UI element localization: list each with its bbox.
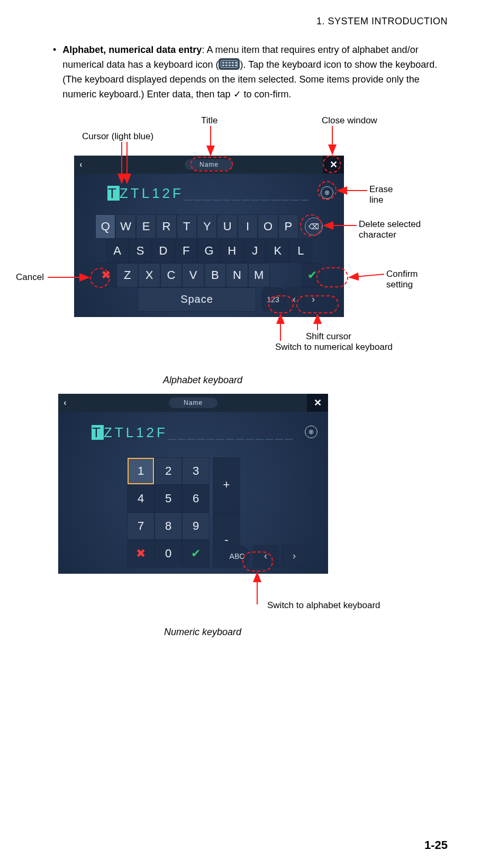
numeric-pad: 1 2 3 4 5 6 7 8 (127, 457, 240, 567)
plus-key[interactable]: + (213, 457, 240, 512)
annotation-cursor: Cursor (light blue) (82, 131, 153, 142)
svg-line-7 (349, 274, 384, 277)
annotation-switch-num: Switch to numerical keyboard (275, 342, 393, 352)
key-h[interactable]: H (221, 239, 243, 263)
keyboard-icon (219, 58, 240, 70)
num-cancel-button[interactable]: ✖ (127, 540, 155, 567)
mode-switch-123[interactable]: 123 (261, 287, 285, 312)
device-header-2: ‹ Name ✕ (58, 394, 328, 412)
numkey-3[interactable]: 3 (182, 457, 210, 485)
key-u[interactable]: U (217, 214, 237, 239)
key-d[interactable]: D (152, 239, 175, 263)
back-button-2[interactable]: ‹ (58, 398, 72, 408)
key-k[interactable]: K (266, 239, 289, 263)
cursor-right-button[interactable]: › (304, 287, 323, 312)
annotation-confirm: Confirmsetting (386, 269, 418, 291)
numkey-5[interactable]: 5 (155, 485, 182, 512)
key-y[interactable]: Y (197, 214, 217, 239)
num-confirm-button[interactable]: ✔ (182, 540, 210, 567)
cursor-left-button-2[interactable]: ‹ (253, 545, 278, 567)
device-header: ‹ Name ✕ (74, 156, 344, 174)
placeholder-text: _____________ (184, 185, 311, 201)
cursor-left-button[interactable]: ‹ (285, 287, 304, 312)
numkey-2[interactable]: 2 (155, 457, 182, 485)
erase-line-button[interactable]: ⊗ (321, 186, 333, 199)
caption-alpha: Alphabet keyboard (0, 375, 448, 386)
bullet-text: Alphabet, numerical data entry: A menu i… (62, 43, 448, 102)
numkey-8[interactable]: 8 (155, 512, 182, 540)
back-button[interactable]: ‹ (74, 160, 88, 169)
key-f[interactable]: F (175, 239, 197, 263)
space-key[interactable]: Space (138, 287, 256, 312)
key-q[interactable]: Q (95, 214, 115, 239)
key-row-4: Space 123 ‹ › (95, 287, 323, 312)
numkey-1[interactable]: 1 (127, 457, 155, 485)
caption-numeric: Numeric keyboard (0, 627, 448, 638)
placeholder-text-2: _____________ (168, 424, 295, 440)
key-r[interactable]: R (156, 214, 176, 239)
erase-line-button-2[interactable]: ⊗ (305, 426, 317, 438)
key-j[interactable]: J (243, 239, 266, 263)
annotation-delete-char: Delete selectedcharacter (359, 219, 421, 241)
key-o[interactable]: O (258, 214, 278, 239)
input-display-2: TZTL12F_____________ (58, 424, 328, 441)
numpad-right-controls: ABC ‹ › (224, 545, 307, 567)
key-x[interactable]: X (138, 263, 160, 287)
bullet-paragraph: • Alphabet, numerical data entry: A menu… (53, 43, 448, 102)
key-e[interactable]: E (136, 214, 156, 239)
annotation-shift-cursor: Shift cursor (306, 331, 351, 342)
numkey-6[interactable]: 6 (182, 485, 210, 512)
bullet-text-3: to con-firm. (241, 89, 292, 100)
alphabet-keyboard-figure: Title Close window Cursor (light blue) E… (42, 115, 444, 369)
numkey-7[interactable]: 7 (127, 512, 155, 540)
annotation-switch-abc: Switch to alphabet keyboard (267, 600, 380, 611)
section-header: 1. SYSTEM INTRODUCTION (53, 16, 448, 27)
key-c[interactable]: C (160, 263, 182, 287)
bullet-marker: • (53, 43, 56, 102)
bullet-title: Alphabet, numerical data entry (62, 44, 202, 55)
key-n[interactable]: N (226, 263, 248, 287)
numkey-4[interactable]: 4 (127, 485, 155, 512)
key-g[interactable]: G (197, 239, 220, 263)
key-w[interactable]: W (115, 214, 135, 239)
annotation-title: Title (201, 115, 218, 126)
numkey-9[interactable]: 9 (182, 512, 210, 540)
annotation-close-window: Close window (322, 115, 377, 126)
window-title: Name (185, 159, 233, 170)
window-title-2: Name (169, 397, 217, 408)
cancel-button[interactable]: ✖ (95, 263, 116, 287)
page-number: 1-25 (424, 838, 448, 852)
alpha-keyboard-device: ‹ Name ✕ TZTL12F_____________ ⊗ Q W E R … (74, 156, 344, 317)
confirm-button[interactable]: ✔ (302, 263, 323, 287)
key-i[interactable]: I (238, 214, 258, 239)
entered-text-2: ZTL12F (104, 424, 168, 440)
key-l[interactable]: L (289, 239, 312, 263)
cursor-char: T (107, 186, 120, 201)
numeric-keyboard-device: ‹ Name ✕ TZTL12F_____________ ⊗ 1 2 (58, 394, 328, 574)
annotation-cancel: Cancel (16, 272, 44, 283)
check-icon: ✓ (233, 89, 241, 100)
numkey-0[interactable]: 0 (155, 540, 182, 567)
key-m[interactable]: M (248, 263, 270, 287)
key-s[interactable]: S (129, 239, 151, 263)
cursor-right-button-2[interactable]: › (282, 545, 307, 567)
key-t[interactable]: T (177, 214, 197, 239)
key-b[interactable]: B (204, 263, 226, 287)
key-row-2: A S D F G H J K L (95, 239, 323, 263)
entered-text: ZTL12F (120, 185, 184, 201)
close-button[interactable]: ✕ (323, 156, 344, 174)
key-p[interactable]: P (278, 214, 298, 239)
key-row-1: Q W E R T Y U I O P ⌫ (95, 214, 323, 239)
key-z[interactable]: Z (116, 263, 138, 287)
backspace-button[interactable]: ⌫ (305, 218, 323, 236)
annotation-erase-line: Eraseline (369, 184, 393, 206)
key-v[interactable]: V (182, 263, 204, 287)
input-display: TZTL12F_____________ (74, 185, 344, 202)
key-a[interactable]: A (106, 239, 129, 263)
numeric-keyboard-figure: ‹ Name ✕ TZTL12F_____________ ⊗ 1 2 (58, 394, 429, 627)
key-row-3: ✖ Z X C V B N M ✔ (95, 263, 323, 287)
close-button-2[interactable]: ✕ (307, 394, 328, 412)
mode-switch-abc[interactable]: ABC (224, 545, 250, 567)
cursor-char-2: T (92, 425, 104, 440)
